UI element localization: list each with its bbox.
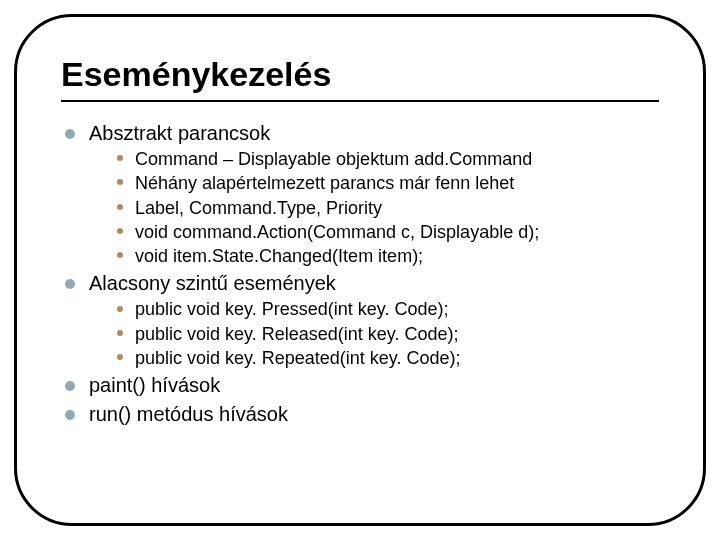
- sub-list-item: public void key. Pressed(int key. Code);: [115, 297, 659, 321]
- list-item: run() metódus hívások: [61, 401, 659, 428]
- sub-list-item: Néhány alapértelmezett parancs már fenn …: [115, 171, 659, 195]
- sub-list-item: Label, Command.Type, Priority: [115, 196, 659, 220]
- sub-list-item: void command.Action(Command c, Displayab…: [115, 220, 659, 244]
- sub-list-item: public void key. Repeated(int key. Code)…: [115, 346, 659, 370]
- slide-title: Eseménykezelés: [61, 55, 659, 94]
- list-item: paint() hívások: [61, 372, 659, 399]
- slide: Eseménykezelés Absztrakt parancsok Comma…: [0, 0, 720, 540]
- list-item-label: paint() hívások: [89, 374, 220, 396]
- sub-list-item: void item.State.Changed(Item item);: [115, 244, 659, 268]
- sub-list: Command – Displayable objektum add.Comma…: [89, 147, 659, 268]
- list-item-label: Absztrakt parancsok: [89, 122, 270, 144]
- list-item-label: run() metódus hívások: [89, 403, 288, 425]
- bullet-list: Absztrakt parancsok Command – Displayabl…: [61, 120, 659, 428]
- list-item: Absztrakt parancsok Command – Displayabl…: [61, 120, 659, 268]
- list-item: Alacsony szintű események public void ke…: [61, 270, 659, 370]
- slide-frame: Eseménykezelés Absztrakt parancsok Comma…: [14, 14, 706, 526]
- sub-list-item: Command – Displayable objektum add.Comma…: [115, 147, 659, 171]
- list-item-label: Alacsony szintű események: [89, 272, 336, 294]
- sub-list: public void key. Pressed(int key. Code);…: [89, 297, 659, 370]
- sub-list-item: public void key. Released(int key. Code)…: [115, 322, 659, 346]
- title-rule: [61, 100, 659, 102]
